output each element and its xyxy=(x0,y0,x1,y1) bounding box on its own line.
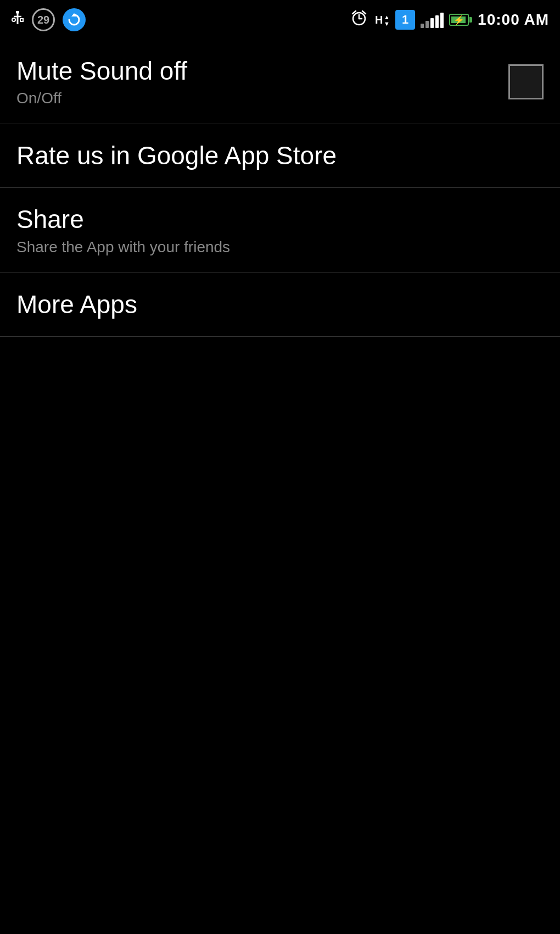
svg-rect-3 xyxy=(20,19,23,21)
battery-icon: ⚡ xyxy=(449,14,472,26)
notification-badge: 29 xyxy=(32,8,55,31)
signal-strength-icon xyxy=(421,12,444,28)
mute-sound-checkbox[interactable] xyxy=(508,64,544,99)
clock: 10:00 AM xyxy=(478,11,549,29)
svg-text:▲: ▲ xyxy=(384,14,390,20)
mute-sound-text: Mute Sound off On/Off xyxy=(16,56,497,107)
svg-point-4 xyxy=(16,11,19,14)
rate-us-title: Rate us in Google App Store xyxy=(16,141,544,171)
mute-sound-subtitle: On/Off xyxy=(16,90,497,107)
usb-icon xyxy=(11,11,24,29)
status-bar-left: 29 xyxy=(11,8,86,31)
share-subtitle: Share the App with your friends xyxy=(16,238,544,256)
status-bar: 29 H ▲ ▼ xyxy=(0,0,560,40)
mute-sound-title: Mute Sound off xyxy=(16,56,497,86)
more-apps-title: More Apps xyxy=(16,290,544,320)
status-bar-right: H ▲ ▼ 1 ⚡ 10:00 AM xyxy=(350,9,549,31)
rate-us-text: Rate us in Google App Store xyxy=(16,141,544,171)
more-apps-text: More Apps xyxy=(16,290,544,320)
refresh-icon xyxy=(63,8,86,31)
alarm-icon xyxy=(350,9,368,31)
settings-list: Mute Sound off On/Off Rate us in Google … xyxy=(0,40,560,337)
svg-point-2 xyxy=(12,18,15,21)
share-title: Share xyxy=(16,204,544,235)
svg-text:H: H xyxy=(375,14,383,26)
svg-text:▼: ▼ xyxy=(384,20,390,27)
more-apps-item[interactable]: More Apps xyxy=(0,273,560,337)
share-text: Share Share the App with your friends xyxy=(16,204,544,255)
rate-us-item[interactable]: Rate us in Google App Store xyxy=(0,124,560,188)
mute-sound-item[interactable]: Mute Sound off On/Off xyxy=(0,40,560,124)
share-item[interactable]: Share Share the App with your friends xyxy=(0,188,560,273)
network-badge: 1 xyxy=(395,10,415,30)
hspa-icon: H ▲ ▼ xyxy=(373,12,390,28)
